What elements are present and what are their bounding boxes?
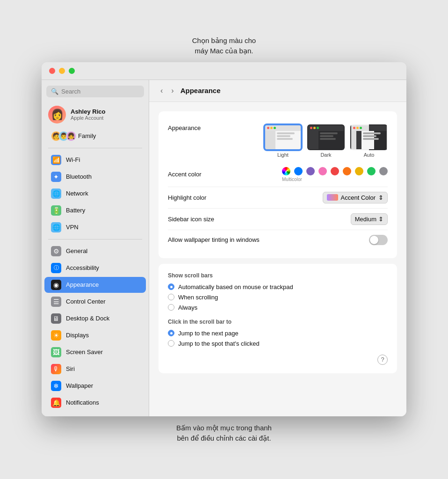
toggle-knob — [370, 236, 378, 244]
sidebar-item-control-center[interactable]: ☰ Control Center — [44, 294, 146, 310]
sidebar-item-label-battery: Battery — [66, 207, 85, 214]
sidebar-item-appearance[interactable]: ◉ Appearance — [44, 277, 146, 293]
siri-icon: 🎙 — [51, 364, 61, 374]
accent-red[interactable] — [331, 167, 339, 175]
click-scroll-next-page[interactable]: Jump to the next page — [168, 330, 388, 337]
accent-green[interactable] — [367, 167, 376, 175]
sidebar-item-general[interactable]: ⚙ General — [44, 243, 146, 259]
sidebar-item-label-bluetooth: Bluetooth — [66, 173, 92, 180]
sidebar-divider-2 — [48, 239, 142, 240]
sidebar-item-label-network: Network — [66, 190, 88, 197]
scroll-option-scrolling-label: When scrolling — [178, 294, 218, 301]
user-info: Ashley Rico Apple Account — [71, 108, 105, 121]
bluetooth-icon: ✦ — [51, 172, 61, 182]
sidebar-item-desktop-dock[interactable]: 🖥 Desktop & Dock — [44, 311, 146, 327]
forward-button[interactable]: › — [169, 86, 175, 96]
minimize-button[interactable] — [59, 68, 65, 74]
settings-window: 🔍 👩 Ashley Rico Apple Account 🧑 👨 👧 — [42, 62, 406, 416]
sidebar-icon-size-select[interactable]: Medium ⇕ — [351, 213, 388, 225]
auto-mode-thumb[interactable] — [350, 124, 388, 150]
search-input[interactable] — [61, 88, 139, 95]
light-mode-wrapper: Light — [264, 124, 302, 158]
window-body: 🔍 👩 Ashley Rico Apple Account 🧑 👨 👧 — [42, 80, 406, 416]
dark-mode-thumb[interactable] — [307, 124, 345, 150]
family-avatar-3: 👧 — [66, 131, 76, 141]
wallpaper-tinting-toggle[interactable] — [369, 235, 388, 245]
user-name: Ashley Rico — [71, 108, 105, 115]
dark-mode-wrapper: Dark — [307, 124, 345, 158]
click-scroll-clicked-spot[interactable]: Jump to the spot that's clicked — [168, 340, 388, 347]
dark-mode-label: Dark — [320, 152, 331, 158]
scroll-radio-always — [168, 304, 174, 311]
appearance-thumbnails: Light — [264, 124, 388, 158]
vpn-icon: 🌐 — [51, 222, 61, 232]
sidebar-item-bluetooth[interactable]: ✦ Bluetooth — [44, 169, 146, 185]
help-button[interactable]: ? — [377, 355, 388, 365]
avatar-emoji: 👩 — [51, 109, 64, 121]
sidebar-icon-size-value: Medium — [355, 216, 376, 223]
scroll-bars-options: Automatically based on mouse or trackpad… — [168, 283, 388, 311]
highlight-color-select[interactable]: Accent Color ⇕ — [323, 192, 388, 203]
sidebar-item-screen-saver[interactable]: 🖼 Screen Saver — [44, 344, 146, 360]
user-subtitle: Apple Account — [71, 115, 105, 121]
screen-saver-icon: 🖼 — [51, 347, 61, 357]
wallpaper-icon: ❄ — [51, 381, 61, 391]
chevron-updown-icon-2: ⇕ — [378, 216, 383, 223]
family-icons: 🧑 👨 👧 — [51, 131, 73, 141]
light-mode-thumb[interactable] — [264, 124, 302, 150]
tooltip-bottom: Bấm vào một mục trong thanhbên để điều c… — [176, 423, 272, 444]
back-button[interactable]: ‹ — [159, 86, 165, 96]
desktop-dock-icon: 🖥 — [51, 313, 61, 324]
accent-graphite[interactable] — [379, 167, 388, 175]
sidebar-item-label-accessibility: Accessibility — [66, 264, 99, 271]
sidebar-item-wifi[interactable]: 📶 Wi-Fi — [44, 152, 146, 168]
sidebar-item-label-wifi: Wi-Fi — [66, 156, 80, 163]
sidebar-item-family[interactable]: 🧑 👨 👧 Family — [44, 128, 146, 144]
accent-pink[interactable] — [318, 167, 327, 175]
chevron-updown-icon: ⇕ — [378, 194, 383, 201]
appearance-label: Appearance — [168, 124, 201, 131]
sidebar-item-wallpaper[interactable]: ❄ Wallpaper — [44, 378, 146, 394]
scroll-option-scrolling[interactable]: When scrolling — [168, 294, 388, 301]
search-icon: 🔍 — [51, 88, 58, 95]
traffic-lights — [49, 68, 75, 74]
main-content: ‹ › Appearance Appearance — [149, 80, 406, 416]
accent-yellow[interactable] — [355, 167, 363, 175]
maximize-button[interactable] — [69, 68, 75, 74]
click-scroll-options: Jump to the next page Jump to the spot t… — [168, 330, 388, 347]
search-bar[interactable]: 🔍 — [46, 86, 144, 97]
control-center-icon: ☰ — [51, 297, 61, 307]
sidebar-item-accessibility[interactable]: ⓘ Accessibility — [44, 260, 146, 276]
sidebar-item-battery[interactable]: 🔋 Battery — [44, 203, 146, 218]
appearance-settings-section: Appearance — [159, 111, 397, 258]
highlight-color-value: Accent Color — [341, 194, 376, 201]
accent-color-dots — [282, 167, 388, 175]
user-profile-item[interactable]: 👩 Ashley Rico Apple Account — [42, 102, 149, 127]
sidebar-icon-size-row: Sidebar icon size Medium ⇕ — [168, 209, 388, 230]
scroll-option-always[interactable]: Always — [168, 304, 388, 311]
click-scroll-radio-next — [168, 330, 174, 336]
click-scroll-next-label: Jump to the next page — [178, 330, 238, 337]
accent-blue[interactable] — [294, 167, 303, 175]
highlight-color-row: Highlight color Accent Color ⇕ — [168, 187, 388, 209]
wallpaper-tinting-row: Allow wallpaper tinting in windows — [168, 230, 388, 250]
sidebar-item-vpn[interactable]: 🌐 VPN — [44, 219, 146, 235]
sidebar-item-siri[interactable]: 🎙 Siri — [44, 361, 146, 377]
displays-icon: ☀ — [51, 330, 61, 341]
sidebar-item-label-control-center: Control Center — [66, 298, 106, 305]
sidebar-item-label-vpn: VPN — [66, 224, 79, 231]
auto-mode-wrapper: Auto — [350, 124, 388, 158]
titlebar — [42, 62, 406, 80]
sidebar-item-displays[interactable]: ☀ Displays — [44, 327, 146, 343]
sidebar-item-label-screen-saver: Screen Saver — [66, 348, 103, 356]
sidebar-icon-size-label: Sidebar icon size — [168, 216, 214, 223]
accent-multicolor[interactable] — [282, 167, 290, 175]
scroll-option-auto-label: Automatically based on mouse or trackpad — [178, 283, 293, 290]
tooltip-top: Chọn bảng màu chomáy Mac của bạn. — [192, 36, 256, 57]
accent-orange[interactable] — [343, 167, 351, 175]
sidebar-item-network[interactable]: 🌐 Network — [44, 186, 146, 202]
sidebar-item-notifications[interactable]: 🔔 Notifications — [44, 395, 146, 411]
scroll-option-auto[interactable]: Automatically based on mouse or trackpad — [168, 283, 388, 290]
close-button[interactable] — [49, 68, 55, 74]
accent-purple[interactable] — [306, 167, 315, 175]
